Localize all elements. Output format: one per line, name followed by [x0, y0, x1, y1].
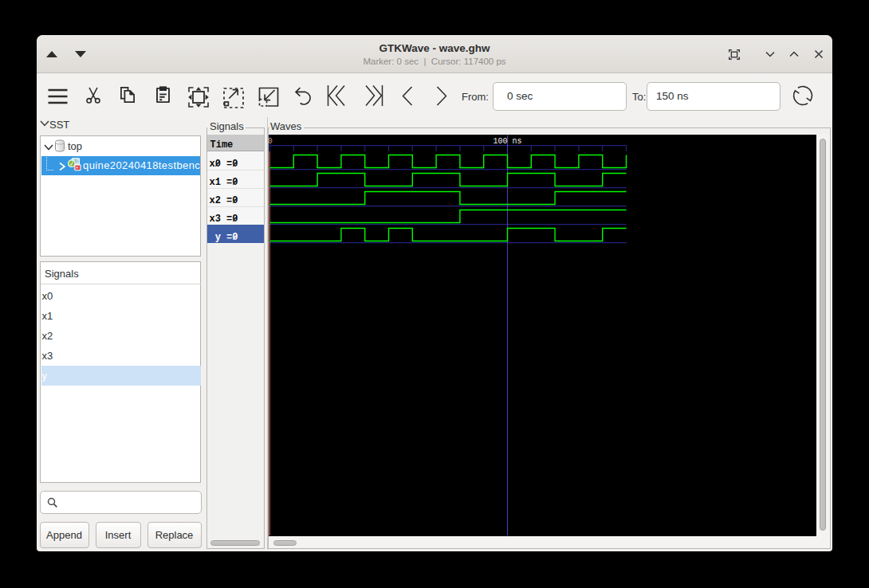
- svg-text:100 ns: 100 ns: [493, 136, 522, 145]
- svg-text:0: 0: [269, 136, 273, 145]
